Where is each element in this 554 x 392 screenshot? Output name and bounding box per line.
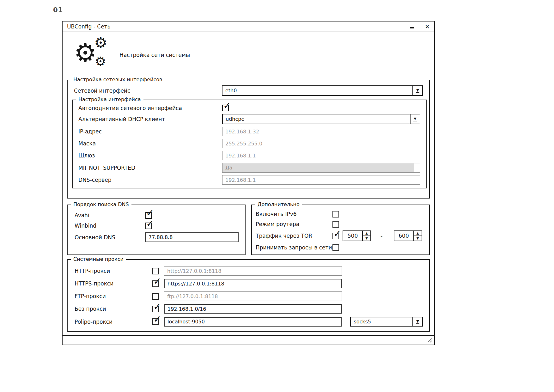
polipo-proxy-checkbox[interactable]: ✓ xyxy=(152,318,159,325)
winbind-label: Winbind xyxy=(75,223,145,229)
chevron-down-icon: ▼ xyxy=(416,88,419,93)
ipv6-label: Включить IPv6 xyxy=(256,211,332,217)
polipo-scheme-select-arrow-button[interactable]: ▼ xyxy=(412,317,422,326)
gateway-label: Шлюз xyxy=(78,152,222,159)
tor-port-from-value: 500 xyxy=(343,231,362,241)
http-proxy-input[interactable] xyxy=(164,266,342,276)
https-proxy-input[interactable] xyxy=(164,279,342,288)
http-proxy-row: HTTP-прокси ✓ xyxy=(75,266,423,276)
avahi-label: Avahi xyxy=(75,212,145,218)
check-icon: ✓ xyxy=(146,208,154,218)
page-number-label: 01 xyxy=(53,6,63,14)
router-mode-checkbox[interactable]: ✓ xyxy=(332,221,339,228)
tor-checkbox[interactable]: ✓ xyxy=(332,233,339,239)
winbind-row: Winbind ✓ xyxy=(75,222,239,230)
mii-value: Да xyxy=(225,165,232,171)
ftp-proxy-label: FTP-прокси xyxy=(75,293,152,299)
avahi-row: Avahi ✓ xyxy=(75,211,239,219)
tor-range-separator: - xyxy=(380,233,383,239)
ipv6-checkbox[interactable]: ✓ xyxy=(332,211,339,217)
mii-field-strip xyxy=(414,163,420,172)
https-proxy-checkbox[interactable]: ✓ xyxy=(152,280,159,287)
gateway-row: Шлюз xyxy=(78,151,420,160)
mii-label: MII_NOT_SUPPORTED xyxy=(78,165,222,171)
spinner-up-icon[interactable]: ▲ xyxy=(363,231,370,236)
dhcp-client-select[interactable]: udhcpc ▼ xyxy=(222,114,420,124)
polipo-proxy-input[interactable] xyxy=(164,317,342,327)
mask-input[interactable] xyxy=(222,139,420,148)
accept-requests-row: Принимать запросы в сети ✓ xyxy=(256,244,425,251)
primary-dns-row: Основной DNS xyxy=(75,232,239,242)
check-icon: ✓ xyxy=(146,219,154,228)
ip-input[interactable] xyxy=(222,127,420,136)
tor-label: Траффик через TOR xyxy=(256,233,332,239)
dhcp-client-select-value: udhcpc xyxy=(223,114,410,124)
mii-row: MII_NOT_SUPPORTED Да xyxy=(78,163,420,173)
titlebar: UBConfig - Сеть ✕ xyxy=(63,21,434,32)
close-button[interactable]: ✕ xyxy=(425,24,430,30)
no-proxy-row: Без прокси ✓ xyxy=(75,304,423,314)
check-icon: ✓ xyxy=(153,315,161,324)
polipo-scheme-select-value: socks5 xyxy=(351,317,412,326)
ftp-proxy-checkbox[interactable]: ✓ xyxy=(152,293,159,300)
tor-port-from-spin-buttons: ▲ ▼ xyxy=(362,231,370,241)
polipo-proxy-row: Polipo-прокси ✓ socks5 ▼ xyxy=(75,317,423,327)
polipo-proxy-label: Polipo-прокси xyxy=(75,319,152,325)
http-proxy-checkbox[interactable]: ✓ xyxy=(152,268,159,274)
interface-select-arrow-button[interactable]: ▼ xyxy=(412,86,422,95)
spinner-down-icon[interactable]: ▼ xyxy=(363,236,370,241)
check-icon: ✓ xyxy=(153,302,161,311)
auto-up-checkbox[interactable]: ✓ xyxy=(222,105,229,111)
minimize-button[interactable] xyxy=(409,23,415,30)
gear-large-icon: ⚙ xyxy=(74,40,97,66)
gateway-input[interactable] xyxy=(222,151,420,160)
group-system-proxies-legend: Системные прокси xyxy=(71,256,126,262)
check-icon: ✓ xyxy=(223,101,231,110)
spinner-down-icon[interactable]: ▼ xyxy=(414,236,422,241)
http-proxy-label: HTTP-прокси xyxy=(75,268,152,274)
accept-requests-label: Принимать запросы в сети xyxy=(256,244,332,251)
check-icon: ✓ xyxy=(153,277,161,286)
dns-server-input[interactable] xyxy=(222,175,420,185)
chevron-down-icon: ▼ xyxy=(416,319,419,324)
winbind-checkbox[interactable]: ✓ xyxy=(145,223,152,229)
ipv6-row: Включить IPv6 ✓ xyxy=(256,210,425,218)
polipo-scheme-select[interactable]: socks5 ▼ xyxy=(350,317,423,327)
no-proxy-input[interactable] xyxy=(164,304,342,314)
ip-label: IP-адрес xyxy=(78,128,222,135)
group-additional: Дополнительно Включить IPv6 ✓ Режим роут… xyxy=(251,205,430,255)
resize-grip-icon[interactable] xyxy=(427,337,432,343)
interface-select-value: eth0 xyxy=(222,86,412,95)
dns-server-label: DNS-сервер xyxy=(78,177,222,183)
auto-up-row: Автоподнятие сетевого интерфейса ✓ xyxy=(78,105,420,111)
minimize-icon xyxy=(410,27,414,28)
tor-port-to-spinner[interactable]: 600 ▲ ▼ xyxy=(394,230,422,241)
group-interface-settings: Настройка интерфейса Автоподнятие сетево… xyxy=(72,100,427,188)
tor-port-from-spinner[interactable]: 500 ▲ ▼ xyxy=(343,230,371,241)
accept-requests-checkbox[interactable]: ✓ xyxy=(332,244,339,251)
ip-row: IP-адрес xyxy=(78,127,420,136)
primary-dns-label: Основной DNS xyxy=(75,234,145,241)
dns-server-row: DNS-сервер xyxy=(78,175,420,185)
primary-dns-input[interactable] xyxy=(145,232,239,242)
spinner-up-icon[interactable]: ▲ xyxy=(414,231,422,236)
tor-row: Траффик через TOR ✓ 500 ▲ ▼ - 600 ▲ ▼ xyxy=(256,230,425,241)
auto-up-label: Автоподнятие сетевого интерфейса xyxy=(78,105,222,111)
group-system-proxies: Системные прокси HTTP-прокси ✓ HTTPS-про… xyxy=(67,259,430,332)
https-proxy-row: HTTPS-прокси ✓ xyxy=(75,279,423,288)
no-proxy-checkbox[interactable]: ✓ xyxy=(152,306,159,312)
ubconfig-window: UBConfig - Сеть ✕ ⚙ ⚙ ⚙ Настройка сети с… xyxy=(62,21,435,345)
no-proxy-label: Без прокси xyxy=(75,306,152,312)
gear-small-top-icon: ⚙ xyxy=(94,35,107,50)
tor-port-to-value: 600 xyxy=(394,231,413,241)
gears-icon: ⚙ ⚙ ⚙ xyxy=(74,37,111,71)
dhcp-client-select-arrow-button[interactable]: ▼ xyxy=(410,114,420,124)
router-mode-row: Режим роутера ✓ xyxy=(256,220,425,228)
gear-small-bottom-icon: ⚙ xyxy=(95,55,106,68)
window-title: UBConfig - Сеть xyxy=(67,23,111,30)
check-icon: ✓ xyxy=(333,229,341,238)
chevron-down-icon: ▼ xyxy=(413,117,417,121)
interface-select[interactable]: eth0 ▼ xyxy=(222,85,423,96)
group-dns-order: Порядок поиска DNS Avahi ✓ Winbind ✓ Осн… xyxy=(67,205,246,255)
ftp-proxy-input[interactable] xyxy=(164,291,342,301)
